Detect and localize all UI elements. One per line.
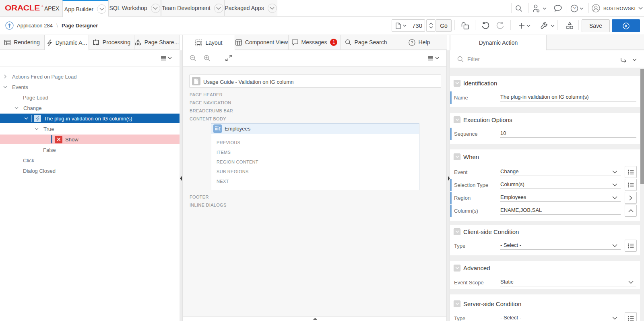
svg-text:?: ? [411, 40, 413, 45]
svg-text:?: ? [573, 6, 575, 11]
